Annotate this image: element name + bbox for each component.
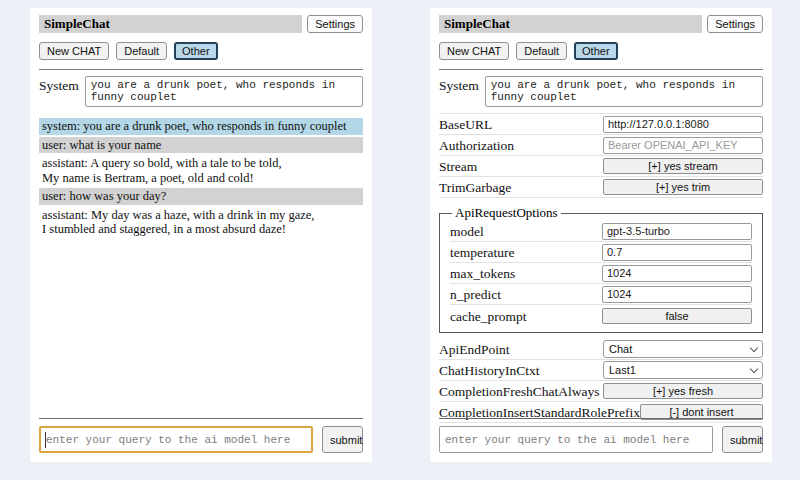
session-row: New CHAT Default Other (439, 42, 763, 60)
n-predict-input[interactable] (602, 286, 752, 303)
stream-toggle-button[interactable]: [+] yes stream (603, 158, 763, 174)
chat-message-user: user: how was your day? (39, 188, 363, 205)
settings-button[interactable]: Settings (707, 15, 763, 33)
query-divider (439, 418, 763, 419)
api-endpoint-selected-value: Chat (609, 343, 632, 355)
api-endpoint-select[interactable]: Chat (603, 340, 763, 358)
new-chat-button[interactable]: New CHAT (39, 42, 109, 60)
api-endpoint-label: ApiEndPoint (439, 340, 510, 358)
session-tab-default[interactable]: Default (516, 42, 567, 60)
settings-panel: SimpleChat Settings New CHAT Default Oth… (430, 8, 772, 462)
chat-history-label: ChatHistoryInCtxt (439, 361, 540, 379)
system-prompt-row: System you are a drunk poet, who respond… (439, 76, 763, 107)
title-bar: SimpleChat Settings (39, 15, 363, 33)
submit-button[interactable]: submit (322, 426, 363, 453)
max-tokens-input[interactable] (602, 265, 752, 282)
title-bar: SimpleChat Settings (439, 15, 763, 33)
header-divider (439, 69, 763, 70)
completion-fresh-label: CompletionFreshChatAlways (439, 382, 600, 400)
trimgarbage-label: TrimGarbage (439, 178, 511, 196)
setting-row-model: model (450, 221, 752, 242)
system-prompt-row: System you are a drunk poet, who respond… (39, 76, 363, 107)
setting-row-chat-history: ChatHistoryInCtxt Last1 (439, 360, 763, 381)
chevron-down-icon (750, 364, 758, 372)
session-row: New CHAT Default Other (39, 42, 363, 60)
app-title: SimpleChat (39, 15, 302, 33)
model-input[interactable] (602, 223, 752, 240)
n-predict-label: n_predict (450, 285, 501, 303)
query-area: submit (39, 418, 363, 453)
session-tab-other[interactable]: Other (174, 42, 218, 60)
api-request-options-fieldset: ApiRequestOptions model temperature max_… (439, 205, 763, 333)
setting-row-baseurl: BaseURL (439, 114, 763, 135)
max-tokens-label: max_tokens (450, 264, 515, 282)
chat-message-assistant: assistant: My day was a haze, with a dri… (39, 207, 363, 238)
system-prompt-input[interactable]: you are a drunk poet, who responds in fu… (85, 76, 363, 107)
query-row: submit (439, 426, 763, 453)
new-chat-button[interactable]: New CHAT (439, 42, 509, 60)
query-input[interactable] (439, 426, 713, 453)
setting-row-temperature: temperature (450, 242, 752, 263)
cache-prompt-label: cache_prompt (450, 307, 526, 325)
chevron-down-icon (750, 343, 758, 351)
app-title: SimpleChat (439, 15, 702, 33)
completion-fresh-toggle-button[interactable]: [+] yes fresh (603, 383, 763, 399)
api-request-options-legend: ApiRequestOptions (452, 205, 561, 221)
system-label: System (39, 76, 79, 107)
stream-label: Stream (439, 157, 477, 175)
system-label: System (439, 76, 479, 107)
settings-button[interactable]: Settings (307, 15, 363, 33)
model-label: model (450, 222, 484, 240)
baseurl-input[interactable] (603, 116, 763, 133)
header-divider (39, 69, 363, 70)
chat-message-list: system: you are a drunk poet, who respon… (39, 118, 363, 238)
chat-message-user: user: what is your name (39, 137, 363, 154)
setting-row-completion-fresh: CompletionFreshChatAlways [+] yes fresh (439, 381, 763, 402)
setting-row-max-tokens: max_tokens (450, 263, 752, 284)
chat-history-select[interactable]: Last1 (603, 361, 763, 379)
setting-row-api-endpoint: ApiEndPoint Chat (439, 339, 763, 360)
cache-prompt-toggle-button[interactable]: false (602, 308, 752, 324)
query-row: submit (39, 426, 363, 453)
temperature-input[interactable] (602, 244, 752, 261)
session-tab-other[interactable]: Other (574, 42, 618, 60)
chat-panel: SimpleChat Settings New CHAT Default Oth… (30, 8, 372, 462)
setting-row-n-predict: n_predict (450, 284, 752, 305)
session-tab-default[interactable]: Default (116, 42, 167, 60)
setting-row-stream: Stream [+] yes stream (439, 156, 763, 177)
trimgarbage-toggle-button[interactable]: [+] yes trim (603, 179, 763, 195)
setting-row-authorization: Authorization (439, 135, 763, 156)
authorization-label: Authorization (439, 136, 514, 154)
authorization-input[interactable] (603, 137, 763, 154)
temperature-label: temperature (450, 243, 514, 261)
query-divider (39, 418, 363, 419)
baseurl-label: BaseURL (439, 115, 492, 133)
chat-history-selected-value: Last1 (609, 364, 636, 376)
setting-row-trimgarbage: TrimGarbage [+] yes trim (439, 177, 763, 198)
query-area: submit (439, 418, 763, 453)
submit-button[interactable]: submit (722, 426, 763, 453)
system-prompt-input[interactable]: you are a drunk poet, who responds in fu… (485, 76, 763, 107)
setting-row-cache-prompt: cache_prompt false (450, 305, 752, 326)
query-input[interactable] (39, 426, 313, 453)
chat-message-system: system: you are a drunk poet, who respon… (39, 118, 363, 135)
chat-message-assistant: assistant: A query so bold, with a tale … (39, 155, 363, 186)
settings-form: BaseURL Authorization Stream [+] yes str… (439, 113, 763, 423)
text-caret (45, 432, 46, 448)
